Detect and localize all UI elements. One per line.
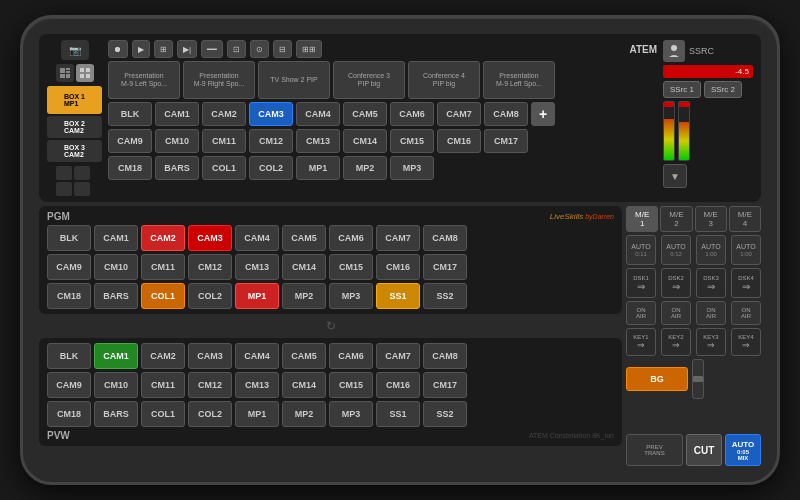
dsk4-btn[interactable]: DSK4 ⇒ bbox=[731, 268, 761, 298]
cut-button[interactable]: CUT bbox=[686, 434, 722, 466]
pgm-cm10[interactable]: CM10 bbox=[94, 254, 138, 280]
auto-btn-1[interactable]: AUTO0:11 bbox=[626, 235, 656, 265]
pvw-cam4[interactable]: CAM4 bbox=[235, 343, 279, 369]
dsk1-btn[interactable]: DSK1 ⇒ bbox=[626, 268, 656, 298]
pgm-ss1-active[interactable]: SS1 bbox=[376, 283, 420, 309]
pvw-ss2[interactable]: SS2 bbox=[423, 401, 467, 427]
pvw-bars[interactable]: BARS bbox=[94, 401, 138, 427]
pvw-cam3[interactable]: CAM3 bbox=[188, 343, 232, 369]
pgm-cam7[interactable]: CAM7 bbox=[376, 225, 420, 251]
ssrc-btn-2[interactable]: SSrc 2 bbox=[704, 81, 742, 98]
key4-btn[interactable]: KEY4 ⇒ bbox=[731, 328, 761, 356]
key2-btn[interactable]: KEY2 ⇒ bbox=[661, 328, 691, 356]
pvw-cm11[interactable]: CM11 bbox=[141, 372, 185, 398]
on-air-btn-3[interactable]: ONAIR bbox=[696, 301, 726, 325]
pvw-cm17[interactable]: CM17 bbox=[423, 372, 467, 398]
me-tab-1[interactable]: M/E 1 bbox=[626, 206, 658, 232]
on-air-btn-4[interactable]: ONAIR bbox=[731, 301, 761, 325]
pgm-mp3[interactable]: MP3 bbox=[329, 283, 373, 309]
dsk2-btn[interactable]: DSK2 ⇒ bbox=[661, 268, 691, 298]
top-mp1[interactable]: MP1 bbox=[296, 156, 340, 180]
top-cam4[interactable]: CAM4 bbox=[296, 102, 340, 126]
pvw-mp1[interactable]: MP1 bbox=[235, 401, 279, 427]
t-bar-slider[interactable] bbox=[692, 359, 704, 399]
auto-btn-2[interactable]: AUTO0:12 bbox=[661, 235, 691, 265]
pgm-cam9[interactable]: CAM9 bbox=[47, 254, 91, 280]
me-tab-4[interactable]: M/E 4 bbox=[729, 206, 761, 232]
pvw-col1[interactable]: COL1 bbox=[141, 401, 185, 427]
tb-btn-7[interactable]: ⊙ bbox=[250, 40, 269, 58]
preset-1[interactable]: PresentationM-9 Left Spo... bbox=[108, 61, 180, 99]
top-blk[interactable]: BLK bbox=[108, 102, 152, 126]
key3-btn[interactable]: KEY3 ⇒ bbox=[696, 328, 726, 356]
tb-btn-6[interactable]: ⊡ bbox=[227, 40, 246, 58]
top-cm15[interactable]: CM15 bbox=[390, 129, 434, 153]
pvw-cm15[interactable]: CM15 bbox=[329, 372, 373, 398]
pvw-mp3[interactable]: MP3 bbox=[329, 401, 373, 427]
pvw-cam7[interactable]: CAM7 bbox=[376, 343, 420, 369]
tb-btn-4[interactable]: ▶| bbox=[177, 40, 197, 58]
pvw-col2[interactable]: COL2 bbox=[188, 401, 232, 427]
auto-btn-3[interactable]: AUTO1:00 bbox=[696, 235, 726, 265]
pgm-cam5[interactable]: CAM5 bbox=[282, 225, 326, 251]
me-tab-2[interactable]: M/E 2 bbox=[660, 206, 692, 232]
pvw-blk[interactable]: BLK bbox=[47, 343, 91, 369]
top-cm11[interactable]: CM11 bbox=[202, 129, 246, 153]
top-cam3-active[interactable]: CAM3 bbox=[249, 102, 293, 126]
tb-btn-5[interactable]: ━━ bbox=[201, 40, 223, 58]
grid-icon[interactable] bbox=[76, 64, 94, 82]
pvw-cm14[interactable]: CM14 bbox=[282, 372, 326, 398]
top-mp3[interactable]: MP3 bbox=[390, 156, 434, 180]
pvw-cm10[interactable]: CM10 bbox=[94, 372, 138, 398]
pgm-cm11[interactable]: CM11 bbox=[141, 254, 185, 280]
icon1[interactable] bbox=[56, 166, 72, 180]
preset-2[interactable]: PresentationM-9 Right Spo... bbox=[183, 61, 255, 99]
preset-3[interactable]: TV Show 2 PIP bbox=[258, 61, 330, 99]
auto-btn-4[interactable]: AUTO1:00 bbox=[731, 235, 761, 265]
pvw-cam6[interactable]: CAM6 bbox=[329, 343, 373, 369]
pgm-cam3-active[interactable]: CAM3 bbox=[188, 225, 232, 251]
top-col1[interactable]: COL1 bbox=[202, 156, 246, 180]
pgm-cm14[interactable]: CM14 bbox=[282, 254, 326, 280]
icon3[interactable] bbox=[56, 182, 72, 196]
pgm-cm15[interactable]: CM15 bbox=[329, 254, 373, 280]
pvw-cam8[interactable]: CAM8 bbox=[423, 343, 467, 369]
key1-btn[interactable]: KEY1 ⇒ bbox=[626, 328, 656, 356]
tb-btn-9[interactable]: ⊞⊞ bbox=[296, 40, 322, 58]
bg-button[interactable]: BG bbox=[626, 367, 688, 391]
top-cm13[interactable]: CM13 bbox=[296, 129, 340, 153]
box3-button[interactable]: BOX 3 CAM2 bbox=[47, 140, 102, 162]
top-cam7[interactable]: CAM7 bbox=[437, 102, 481, 126]
pvw-cam2[interactable]: CAM2 bbox=[141, 343, 185, 369]
icon4[interactable] bbox=[74, 182, 90, 196]
tb-btn-8[interactable]: ⊟ bbox=[273, 40, 292, 58]
top-col2[interactable]: COL2 bbox=[249, 156, 293, 180]
pgm-cam4[interactable]: CAM4 bbox=[235, 225, 279, 251]
pgm-cm12[interactable]: CM12 bbox=[188, 254, 232, 280]
tb-btn-2[interactable]: ▶ bbox=[132, 40, 150, 58]
dsk3-btn[interactable]: DSK3 ⇒ bbox=[696, 268, 726, 298]
top-cam2[interactable]: CAM2 bbox=[202, 102, 246, 126]
pvw-cam9[interactable]: CAM9 bbox=[47, 372, 91, 398]
top-cm18[interactable]: CM18 bbox=[108, 156, 152, 180]
layout-icon[interactable] bbox=[56, 64, 74, 82]
auto-mix-btn[interactable]: AUTO 0:05 MIX bbox=[725, 434, 761, 466]
box2-button[interactable]: BOX 2 CAM2 bbox=[47, 116, 102, 138]
top-cm14[interactable]: CM14 bbox=[343, 129, 387, 153]
on-air-btn-2[interactable]: ONAIR bbox=[661, 301, 691, 325]
pgm-cam2-active[interactable]: CAM2 bbox=[141, 225, 185, 251]
pgm-cm18[interactable]: CM18 bbox=[47, 283, 91, 309]
pgm-col2[interactable]: COL2 bbox=[188, 283, 232, 309]
pgm-blk[interactable]: BLK bbox=[47, 225, 91, 251]
pgm-ss2[interactable]: SS2 bbox=[423, 283, 467, 309]
pgm-cam8[interactable]: CAM8 bbox=[423, 225, 467, 251]
top-cam1[interactable]: CAM1 bbox=[155, 102, 199, 126]
pvw-cm16[interactable]: CM16 bbox=[376, 372, 420, 398]
on-air-btn-1[interactable]: ONAIR bbox=[626, 301, 656, 325]
top-add-btn[interactable]: + bbox=[531, 102, 555, 126]
pgm-mp1-active[interactable]: MP1 bbox=[235, 283, 279, 309]
prev-trans-btn[interactable]: PREV TRANS bbox=[626, 434, 683, 466]
pgm-mp2[interactable]: MP2 bbox=[282, 283, 326, 309]
top-cam8[interactable]: CAM8 bbox=[484, 102, 528, 126]
pgm-cm17[interactable]: CM17 bbox=[423, 254, 467, 280]
